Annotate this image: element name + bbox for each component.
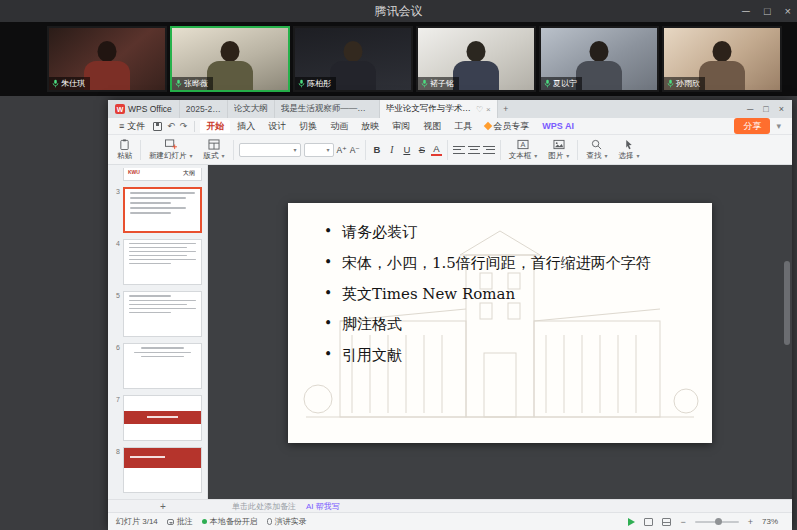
favorite-icon[interactable]: ♡ (476, 105, 483, 114)
redo-icon[interactable]: ↷ (178, 121, 190, 131)
wps-tabbar: W WPS Office 2025-2… 论文大纲 我是生活观察师——生活美学评… (108, 100, 792, 118)
participant-tile[interactable]: 陈柏彤 (293, 26, 413, 92)
select-button[interactable]: 选择▾ (615, 139, 642, 161)
backup-status[interactable]: 本地备份开启 (202, 516, 258, 527)
align-center-icon[interactable] (468, 145, 480, 155)
ribbon-tab-membership[interactable]: 会员专享 (479, 120, 535, 133)
maximize-icon[interactable]: □ (764, 6, 771, 17)
slide-thumbnail[interactable] (123, 239, 202, 285)
ribbon-tab-design[interactable]: 设计 (262, 120, 292, 133)
close-icon[interactable]: × (785, 6, 791, 17)
chevron-down-icon: ▾ (566, 152, 569, 159)
chevron-down-icon: ▾ (327, 146, 330, 153)
thumbnail-number: 3 (111, 187, 120, 233)
notes-bar[interactable]: + 单击此处添加备注 AI 帮我写 (108, 499, 792, 512)
slide-counter: 幻灯片 3/14 (116, 516, 158, 527)
doc-tab[interactable]: 2025-2… (180, 100, 228, 118)
align-left-icon[interactable] (453, 145, 465, 155)
current-slide[interactable]: 请务必装订 宋体，小四，1.5倍行间距，首行缩进两个字符 英文Times New… (288, 203, 712, 443)
participant-tile[interactable]: 夏以宁 (539, 26, 659, 92)
undo-icon[interactable]: ↶ (165, 121, 177, 131)
paste-button[interactable]: 粘贴 (114, 139, 135, 161)
layout-button[interactable]: 版式▾ (201, 139, 228, 161)
new-slide-button[interactable]: 新建幻灯片▾ (146, 139, 196, 161)
scrollbar-thumb[interactable] (784, 261, 790, 345)
slide-thumbnail[interactable] (123, 291, 202, 337)
wps-menu-row: ≡ 文件 ↶ ↷ 开始 插入 设计 切换 动画 放映 审阅 视图 工具 会员专享… (108, 118, 792, 135)
canvas-scrollbar[interactable] (784, 171, 790, 493)
notes-placeholder: 单击此处添加备注 (232, 501, 296, 512)
strikethrough-button[interactable]: S (416, 144, 428, 155)
font-color-button[interactable]: A (431, 144, 442, 156)
doc-tab[interactable]: 论文大纲 (228, 100, 275, 118)
ribbon-tab-tools[interactable]: 工具 (448, 120, 478, 133)
wps-minimize-icon[interactable]: ─ (747, 104, 753, 114)
share-button[interactable]: 分享 (734, 118, 770, 134)
ribbon-tab-view[interactable]: 视图 (417, 120, 447, 133)
add-slide-button[interactable]: + (160, 500, 166, 513)
new-slide-label: 新建幻灯片 (149, 151, 187, 161)
slide-thumbnail[interactable] (123, 395, 202, 441)
wps-window-controls: ─ □ × (739, 100, 792, 118)
increase-font-button[interactable]: A⁺ (337, 145, 347, 155)
layout-label: 版式 (204, 151, 219, 161)
slide-thumbnail-selected[interactable] (123, 187, 202, 233)
ribbon-tab-animation[interactable]: 动画 (324, 120, 354, 133)
participant-tile[interactable]: 朱仕琪 (47, 26, 167, 92)
ribbon-tab-slideshow[interactable]: 放映 (355, 120, 385, 133)
zoom-out-icon[interactable]: − (680, 517, 685, 527)
participant-name: 张晔薇 (184, 78, 208, 89)
font-size-select[interactable]: ▾ (304, 143, 334, 157)
hamburger-icon: ≡ (119, 121, 124, 131)
wps-home-button[interactable]: W WPS Office (108, 100, 180, 118)
underline-button[interactable]: U (401, 144, 413, 155)
lecture-record[interactable]: 演讲实录 (267, 516, 307, 527)
wps-maximize-icon[interactable]: □ (763, 104, 768, 114)
align-right-icon[interactable] (483, 145, 495, 155)
play-slideshow-icon[interactable] (628, 518, 635, 526)
ribbon-tab-home[interactable]: 开始 (200, 120, 230, 133)
find-button[interactable]: 查找▾ (583, 139, 610, 161)
select-label: 选择 (618, 151, 633, 161)
zoom-slider-thumb[interactable] (715, 518, 722, 525)
italic-button[interactable]: I (386, 145, 398, 155)
participant-tile[interactable]: 孙雨欣 (662, 26, 782, 92)
file-menu-button[interactable]: ≡ 文件 (114, 120, 150, 133)
doc-tab-active[interactable]: 毕业论文写作与学术规范.pptx ♡ × (380, 100, 498, 118)
comments-toggle[interactable]: 批注 (167, 516, 193, 527)
new-tab-button[interactable]: + (498, 100, 514, 118)
normal-view-icon[interactable] (644, 518, 653, 526)
slide-canvas[interactable]: 请务必装订 宋体，小四，1.5倍行间距，首行缩进两个字符 英文Times New… (208, 165, 792, 499)
slide-thumbnail[interactable]: KWU 大纲 (123, 168, 202, 181)
minimize-icon[interactable]: ─ (742, 6, 750, 17)
wps-close-icon[interactable]: × (779, 104, 784, 114)
backup-on-icon (202, 519, 207, 524)
ribbon-tab-review[interactable]: 审阅 (386, 120, 416, 133)
mic-icon (421, 79, 428, 88)
decrease-font-button[interactable]: A⁻ (350, 145, 360, 155)
slide-thumbnail[interactable] (123, 343, 202, 389)
wps-status-bar: 幻灯片 3/14 批注 本地备份开启 演讲实录 − + 73% (108, 512, 792, 530)
participant-tile[interactable]: 褚子铭 (416, 26, 536, 92)
notes-ai-link[interactable]: AI 帮我写 (306, 501, 340, 512)
save-icon[interactable] (153, 122, 162, 131)
doc-tab[interactable]: 我是生活观察师——生活美学评… (275, 100, 380, 118)
slide-sorter-view-icon[interactable] (662, 518, 671, 526)
zoom-slider[interactable] (695, 521, 739, 523)
thumbnail-number: 7 (111, 395, 120, 441)
text-box-button[interactable]: A 文本框▾ (506, 139, 541, 161)
chevron-down-icon: ▾ (534, 152, 537, 159)
tab-close-icon[interactable]: × (486, 105, 491, 114)
participant-tile-active-speaker[interactable]: 张晔薇 (170, 26, 290, 92)
font-family-select[interactable]: ▾ (239, 143, 301, 157)
insert-image-button[interactable]: 图片▾ (545, 139, 572, 161)
zoom-in-icon[interactable]: + (748, 517, 753, 527)
collapse-ribbon-icon[interactable]: ▾ (771, 121, 786, 131)
slide-thumbnail[interactable] (123, 447, 202, 493)
bold-button[interactable]: B (371, 144, 383, 155)
mic-icon (52, 79, 59, 88)
ribbon-tab-insert[interactable]: 插入 (231, 120, 261, 133)
ribbon-tab-wps-ai[interactable]: WPS AI (536, 121, 580, 131)
ribbon-tab-transition[interactable]: 切换 (293, 120, 323, 133)
text-box-icon: A (517, 139, 529, 150)
